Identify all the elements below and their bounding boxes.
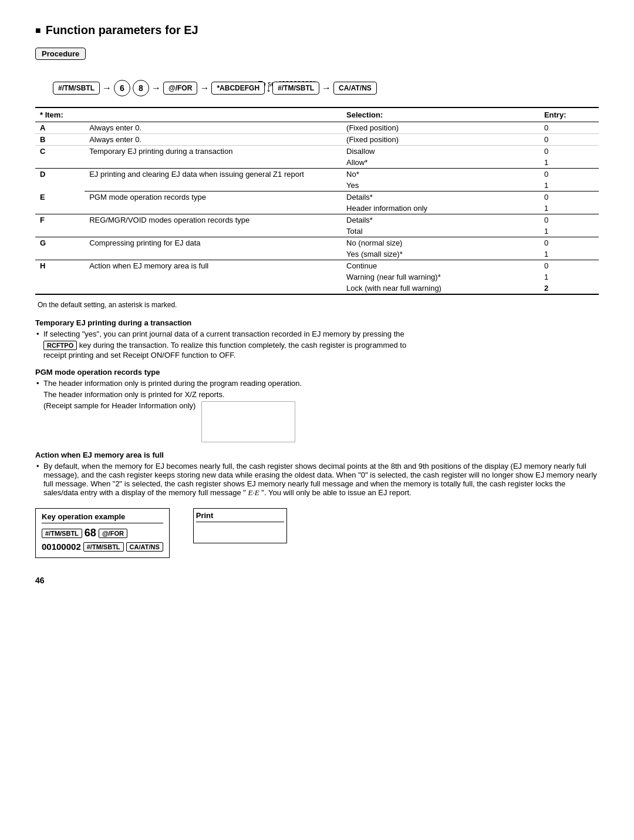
row-entry-h1: 0	[539, 260, 599, 272]
flow-arrow-4: →	[319, 83, 333, 93]
key-row-2: 00100002 #/TM/SBTL CA/AT/NS	[42, 542, 163, 552]
table-row: Header information only 1	[35, 203, 599, 214]
flow-diagram: #/TM/SBTL → 6 8 → @/FOR → *ABCDEFGH ↓ #/…	[53, 80, 599, 96]
row-desc-g: Compressing printing for EJ data	[85, 237, 342, 249]
table-row: Lock (with near full warning) 2	[35, 283, 599, 294]
row-sel-f1: Details*	[342, 214, 539, 226]
procedure-label: Procedure	[35, 48, 86, 60]
temp-ej-line3: receipt printing and set Receipt ON/OFF …	[35, 351, 599, 359]
row-entry-d1: 0	[539, 169, 599, 180]
kbd-for-key: @/FOR	[99, 529, 127, 538]
row-entry-a: 0	[539, 122, 599, 134]
row-item-h: H	[35, 260, 85, 272]
row-sel-a: (Fixed position)	[342, 122, 539, 134]
table-header-entry: Entry:	[539, 107, 599, 122]
row-sel-h2: Warning (near full warning)*	[342, 271, 539, 283]
row-item-e: E	[35, 191, 85, 203]
kbd-tm-sbtl-key1: #/TM/SBTL	[42, 529, 82, 538]
table-row: B Always enter 0. (Fixed position) 0	[35, 134, 599, 146]
row-sel-c2: Allow*	[342, 157, 539, 169]
section-temp-ej: Temporary EJ printing during a transacti…	[35, 318, 599, 359]
key-op-box: Key operation example #/TM/SBTL 68 @/FOR…	[35, 508, 170, 558]
flow-arrow-1: →	[100, 83, 114, 93]
table-row: G Compressing printing for EJ data No (n…	[35, 237, 599, 249]
asterisk-note: On the default setting, an asterisk is m…	[38, 301, 599, 309]
table-row: Total 1	[35, 226, 599, 237]
table-header-selection: Selection:	[342, 107, 539, 122]
flow-circle-8: 8	[133, 80, 149, 96]
section-pgm-mode: PGM mode operation records type The head…	[35, 368, 599, 442]
flow-circle-6: 6	[114, 80, 130, 96]
row-sel-h3: Lock (with near full warning)	[342, 283, 539, 294]
row-entry-b: 0	[539, 134, 599, 146]
row-entry-h3: 2	[539, 283, 599, 294]
print-box: Print	[193, 508, 287, 543]
key-num-68: 68	[85, 527, 96, 539]
table-row: Warning (near full warning)* 1	[35, 271, 599, 283]
section-heading-temp-ej: Temporary EJ printing during a transacti…	[35, 318, 599, 327]
table-row: E PGM mode operation records type Detail…	[35, 191, 599, 203]
bullet-text-temp-ej-1: If selecting "yes", you can print journa…	[35, 330, 599, 338]
print-title: Print	[196, 511, 284, 522]
row-entry-d2: 1	[539, 180, 599, 191]
table-row: C Temporary EJ printing during a transac…	[35, 146, 599, 157]
row-item-d: D	[35, 169, 85, 191]
row-entry-g2: 1	[539, 248, 599, 260]
bullet-text-pgm-1: The header information only is printed d…	[35, 379, 599, 388]
section-ej-memory: Action when EJ memory area is full By de…	[35, 451, 599, 498]
row-sel-b: (Fixed position)	[342, 134, 539, 146]
row-desc-a: Always enter 0.	[85, 122, 342, 134]
ej-italic-label: E·E	[248, 488, 259, 497]
section-heading-pgm: PGM mode operation records type	[35, 368, 599, 377]
page-number: 46	[35, 576, 599, 585]
table-row: Allow* 1	[35, 157, 599, 169]
row-item-g: G	[35, 237, 85, 249]
temp-ej-line2: RCFTPO key during the transaction. To re…	[35, 341, 599, 350]
row-entry-e1: 0	[539, 191, 599, 203]
key-op-title: Key operation example	[42, 512, 163, 523]
table-row: A Always enter 0. (Fixed position) 0	[35, 122, 599, 134]
row-entry-f2: 1	[539, 226, 599, 237]
row-entry-g1: 0	[539, 237, 599, 249]
row-desc-e: PGM mode operation records type	[85, 191, 342, 203]
bullet-text-ej-memory-1: By default, when the memory for EJ becom…	[35, 462, 599, 498]
flow-box-caatns: CA/AT/NS	[333, 82, 377, 95]
table-header-blank	[85, 107, 342, 122]
row-entry-c2: 1	[539, 157, 599, 169]
receipt-sample-label: (Receipt sample for Header Information o…	[43, 401, 195, 410]
row-entry-e2: 1	[539, 203, 599, 214]
table-row: Yes (small size)* 1	[35, 248, 599, 260]
table-row: H Action when EJ memory area is full Con…	[35, 260, 599, 272]
row-sel-g2: Yes (small size)*	[342, 248, 539, 260]
table-header-item: * Item:	[35, 107, 85, 122]
row-sel-d1: No*	[342, 169, 539, 180]
row-sel-e2: Header information only	[342, 203, 539, 214]
row-desc-b: Always enter 0.	[85, 134, 342, 146]
flow-arrow-2: →	[149, 83, 163, 93]
param-table: * Item: Selection: Entry: A Always enter…	[35, 107, 599, 295]
flow-arrow-3: →	[197, 83, 211, 93]
row-sel-d2: Yes	[342, 180, 539, 191]
table-row: Yes 1	[35, 180, 599, 191]
key-row-1: #/TM/SBTL 68 @/FOR	[42, 527, 163, 539]
page-title: Function parameters for EJ	[35, 23, 599, 37]
flow-box-tm-sbtl-2: #/TM/SBTL	[272, 82, 319, 95]
row-entry-c1: 0	[539, 146, 599, 157]
row-desc-h: Action when EJ memory area is full	[85, 260, 342, 272]
row-sel-f2: Total	[342, 226, 539, 237]
kbd-caatns-key: CA/AT/NS	[126, 542, 163, 552]
row-desc-c: Temporary EJ printing during a transacti…	[85, 146, 342, 157]
row-item-f: F	[35, 214, 85, 226]
receipt-sample-box	[201, 401, 295, 442]
key-operation-section: Key operation example #/TM/SBTL 68 @/FOR…	[35, 508, 599, 558]
table-row: F REG/MGR/VOID modes operation records t…	[35, 214, 599, 226]
row-item-c: C	[35, 146, 85, 157]
row-sel-h1: Continue	[342, 260, 539, 272]
row-sel-c1: Disallow	[342, 146, 539, 157]
rcftpo-key: RCFTPO	[43, 341, 77, 350]
receipt-sample-row: (Receipt sample for Header Information o…	[35, 401, 599, 442]
kbd-tm-sbtl-key2: #/TM/SBTL	[83, 542, 124, 552]
row-sel-e1: Details*	[342, 191, 539, 203]
key-prefix: 00100002	[42, 542, 81, 552]
row-item-a: A	[35, 122, 85, 134]
